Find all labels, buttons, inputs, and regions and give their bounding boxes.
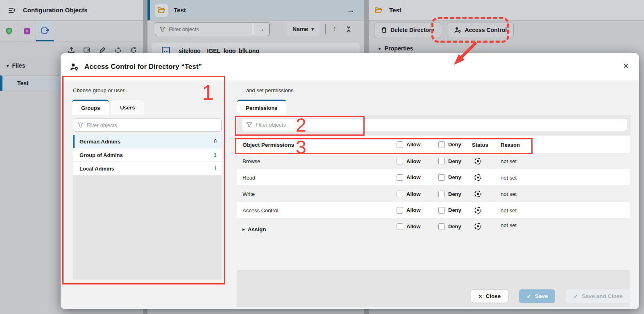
annotation-number-3: 3 [296, 138, 306, 157]
save-and-close-button[interactable]: ✓ Save and Close [566, 289, 630, 303]
check-icon: ✓ [526, 293, 531, 300]
allow-label: Allow [406, 223, 421, 230]
dialog-title: Access Control for Directory “Test” [84, 63, 202, 71]
deny-label: Deny [448, 191, 461, 197]
close-icon: × [478, 293, 482, 300]
reason-value: not set [501, 222, 517, 228]
allow-checkbox[interactable] [397, 158, 403, 164]
deny-checkbox[interactable] [438, 207, 445, 214]
reason-value: not set [501, 191, 517, 197]
screen: Configuration Objects [0, 0, 644, 314]
permission-name: Read [243, 174, 255, 180]
permission-row-read: Read Allow Deny not set [237, 169, 630, 186]
deny-checkbox[interactable] [438, 191, 445, 197]
deny-checkbox[interactable] [438, 158, 445, 164]
permission-row-access-control: Access Control Allow Deny not set [237, 202, 630, 218]
reason-value: not set [501, 207, 517, 213]
annotation-box-3 [235, 138, 533, 154]
permission-row-assign: ▸ Assign Allow Deny not set [237, 218, 630, 240]
permissions-tabs: Permissions [237, 100, 286, 115]
save-button-label: Save [535, 293, 548, 299]
status-not-set-icon [474, 223, 481, 230]
permission-name: Write [243, 191, 255, 197]
annotation-number-2: 2 [296, 116, 306, 134]
permissions-heading: ...and set permissions [242, 87, 293, 93]
caret-right-icon: ▸ [243, 227, 245, 232]
allow-label: Allow [406, 158, 421, 164]
deny-label: Deny [448, 174, 461, 180]
deny-label: Deny [448, 158, 461, 164]
deny-checkbox[interactable] [438, 223, 445, 230]
allow-checkbox[interactable] [397, 207, 403, 214]
allow-checkbox[interactable] [397, 223, 403, 230]
user-key-icon [70, 63, 79, 71]
status-not-set-icon [474, 174, 481, 181]
tab-permissions[interactable]: Permissions [237, 100, 286, 115]
annotation-box-1 [62, 76, 225, 284]
check-icon: ✓ [573, 293, 578, 300]
deny-label: Deny [448, 223, 461, 230]
annotation-arrow [447, 41, 483, 66]
annotation-number-1: 1 [202, 82, 214, 103]
permission-name: Assign [248, 226, 266, 232]
status-not-set-icon [474, 207, 481, 214]
annotation-dashed-box-access-control [431, 17, 509, 43]
permission-name: Access Control [243, 207, 278, 213]
allow-label: Allow [406, 207, 421, 213]
status-not-set-icon [474, 191, 481, 198]
save-button[interactable]: ✓ Save [519, 289, 555, 303]
allow-checkbox[interactable] [397, 174, 403, 181]
reason-value: not set [501, 174, 517, 180]
close-button-label: Close [485, 293, 501, 299]
permission-name: Browse [243, 158, 260, 164]
close-icon[interactable]: × [623, 61, 628, 71]
assign-expander[interactable]: ▸ Assign [243, 226, 266, 232]
deny-label: Deny [448, 207, 461, 213]
reason-value: not set [501, 158, 517, 164]
tab-permissions-label: Permissions [246, 105, 277, 111]
save-and-close-button-label: Save and Close [582, 293, 623, 299]
close-button[interactable]: × Close [471, 289, 508, 303]
allow-label: Allow [406, 174, 421, 180]
allow-label: Allow [406, 191, 421, 197]
dialog-footer: × Close ✓ Save ✓ Save and Close [471, 289, 630, 303]
allow-checkbox[interactable] [397, 191, 403, 197]
permission-row-write: Write Allow Deny not set [237, 186, 630, 202]
deny-checkbox[interactable] [438, 174, 445, 181]
status-not-set-icon [474, 158, 481, 165]
